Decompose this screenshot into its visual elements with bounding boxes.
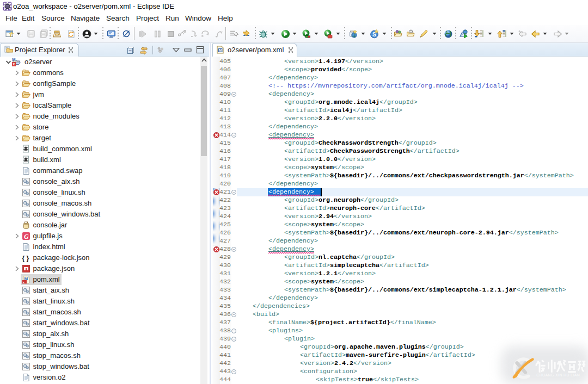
svg-text:G: G [24, 233, 29, 240]
svg-text:M: M [219, 48, 222, 52]
svg-text:x: x [13, 62, 15, 66]
svg-text:CHUANG XIN HU LIAN: CHUANG XIN HU LIAN [536, 373, 580, 377]
svg-text:{ }: { } [22, 255, 29, 262]
svg-text:M: M [12, 58, 15, 62]
